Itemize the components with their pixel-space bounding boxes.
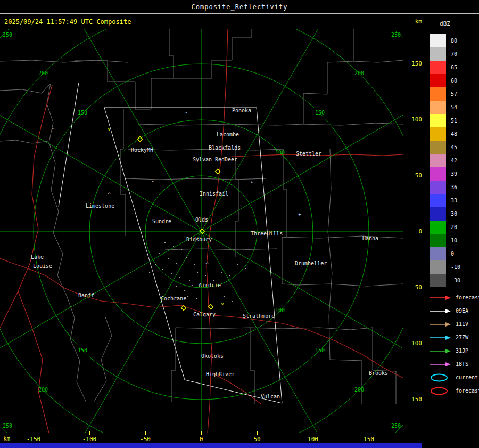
city-label: Brooks (369, 370, 388, 376)
city-label: Vulcan (261, 394, 280, 400)
azimuth-spoke (0, 92, 201, 232)
bottom-axis-tick-label: -100 (78, 436, 101, 443)
dbz-value-label: 65 (446, 64, 457, 70)
dbz-level-row: 48 (430, 127, 460, 141)
city-label: Olds (195, 217, 208, 223)
county-boundary-line (303, 29, 353, 124)
county-boundary-line (120, 109, 126, 236)
range-ring-label: 200 (38, 387, 48, 393)
county-boundary-line (125, 178, 266, 180)
county-boundary-line (353, 60, 403, 62)
county-boundary-line (94, 317, 112, 402)
county-boundary-line (0, 140, 48, 143)
echo-dot (237, 264, 238, 265)
radar-map[interactable]: 1502002501001502002501502002501001502002… (0, 29, 403, 433)
legend-item-label: current (456, 374, 478, 380)
azimuth-spoke (62, 232, 202, 433)
azimuth-spoke (0, 232, 201, 372)
range-ring-label: 200 (354, 387, 364, 393)
right-axis-unit: km (401, 18, 422, 25)
bottom-axis-tick-label: -50 (134, 436, 156, 443)
city-label: Innisfail (200, 191, 228, 197)
map-symbol: ^ (185, 111, 188, 117)
map-symbol: ^ (108, 192, 111, 197)
map-symbol: ^ (205, 262, 209, 267)
county-boundary-line (176, 328, 282, 329)
dbz-level-row: 20 (430, 221, 460, 234)
dbz-color-swatch (430, 34, 446, 47)
range-ring-label: 250 (391, 32, 401, 38)
echo-dot (196, 298, 197, 299)
legend-item: 111V (429, 317, 479, 331)
azimuth-spoke (62, 29, 202, 232)
legend-arrow-icon (429, 306, 451, 316)
dbz-level-row: 80 (430, 34, 460, 47)
window-title: Composite_Reflectivity (192, 3, 288, 11)
legend-item: 18TS (429, 357, 479, 371)
dbz-value-label: 0 (446, 251, 454, 257)
city-label: Hanna (362, 235, 378, 241)
dbz-value-label: 51 (446, 118, 457, 124)
dbz-level-row: 45 (430, 141, 460, 154)
echo-dot (221, 272, 222, 273)
echo-dot (205, 275, 206, 276)
range-ring-label: 250 (391, 423, 401, 429)
dbz-color-swatch (430, 181, 446, 194)
dbz-color-swatch (430, 154, 446, 167)
city-label: Banff (78, 292, 94, 298)
dbz-value-label: 70 (446, 51, 457, 57)
map-symbol: + (298, 211, 301, 217)
dbz-value-label: -30 (446, 278, 460, 283)
legend-item-label: 111V (456, 321, 468, 327)
city-label: Stettler (296, 151, 321, 157)
dbz-color-swatch (430, 274, 446, 287)
echo-dot (187, 296, 188, 297)
window-titlebar[interactable]: Composite_Reflectivity (0, 0, 479, 14)
dbz-value-label: 10 (446, 238, 457, 243)
echo-dot (171, 273, 172, 274)
city-label: Drumheller (295, 260, 327, 266)
echo-dot (213, 280, 214, 281)
city-label: Limestone (86, 203, 114, 209)
dbz-level-row: -10 (430, 260, 460, 274)
status-bar[interactable] (0, 443, 422, 448)
dbz-value-label: -10 (446, 264, 460, 270)
dbz-value-label: 48 (446, 131, 457, 137)
county-boundary-line (0, 84, 51, 93)
legend-item: 31JP (429, 344, 479, 357)
product-timestamp: 2025/09/24 11:57:49 UTC Composite (4, 18, 131, 26)
county-boundary-line (328, 149, 332, 316)
dbz-level-row: 30 (430, 207, 460, 221)
legend-item-label: 09EA (456, 308, 468, 314)
echo-dot (224, 296, 225, 297)
echo-dot (189, 280, 190, 281)
map-symbol: ^ (51, 127, 54, 133)
echo-dot (229, 275, 230, 276)
map-symbol: * (250, 181, 253, 186)
dbz-level-row: -30 (430, 274, 460, 287)
dbz-color-swatch (430, 221, 446, 234)
map-symbol: ^ (151, 180, 154, 185)
dbz-level-row: 65 (430, 61, 460, 74)
dbz-value-label: 20 (446, 224, 457, 230)
legend-item: current (429, 371, 479, 384)
right-axis-tick-label: -50 (403, 284, 422, 291)
county-boundary-line (151, 29, 174, 109)
city-label: Didsbury (186, 237, 212, 242)
city-label: RockyMH (131, 147, 153, 153)
dbz-value-label: 33 (446, 198, 457, 203)
legend-panel: forecast09EA111V27ZW31JP18TScurrentforec… (429, 291, 479, 397)
legend-arrow-icon (429, 360, 451, 369)
dbz-scale: 807065605754514845423936333020100-10-30 (430, 34, 460, 287)
legend-item-label: forecast (456, 388, 479, 394)
dbz-level-row: 60 (430, 74, 460, 87)
city-label: Strathmore (243, 313, 275, 319)
county-boundary-line (282, 149, 286, 284)
county-boundary-line (138, 124, 303, 125)
echo-dot (162, 269, 163, 270)
city-label: Cochrane (161, 296, 186, 302)
legend-item-label: 27ZW (456, 335, 468, 340)
city-label: Airdrie (199, 282, 221, 288)
echo-dot (149, 272, 150, 273)
dbz-level-row: 36 (430, 181, 460, 194)
